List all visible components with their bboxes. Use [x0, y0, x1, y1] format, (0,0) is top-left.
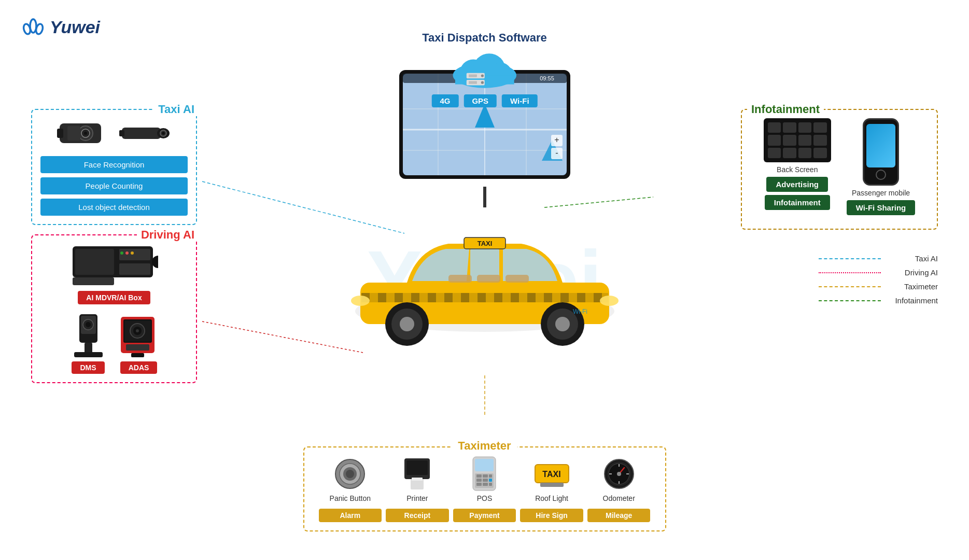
svg-rect-27 — [122, 128, 161, 139]
panic-button-name: Panic Button — [330, 494, 371, 502]
legend-item-taxiai: Taxi AI — [819, 254, 938, 263]
svg-rect-88 — [560, 293, 569, 302]
svg-rect-22 — [57, 129, 63, 138]
back-screen-device: Back Screen Advertising Infotainment — [764, 118, 831, 210]
svg-rect-120 — [483, 479, 488, 482]
svg-point-136 — [617, 472, 621, 476]
svg-rect-87 — [544, 293, 552, 302]
svg-rect-118 — [489, 474, 492, 478]
svg-point-39 — [125, 251, 129, 255]
advertising-badge: Advertising — [766, 177, 828, 192]
svg-rect-86 — [527, 293, 536, 302]
svg-point-108 — [346, 470, 354, 478]
taximeter-devices: Panic Button Printer — [317, 456, 653, 502]
screen-icon-7 — [798, 135, 812, 145]
svg-text:TAXI: TAXI — [477, 240, 492, 247]
taxi-ai-title: Taxi AI — [154, 103, 199, 116]
odometer-name: Odometer — [603, 494, 635, 502]
phone-home-button — [876, 170, 886, 180]
svg-text:TAXI: TAXI — [542, 470, 560, 479]
printer-device: Printer — [384, 456, 451, 502]
svg-point-96 — [555, 317, 570, 331]
svg-rect-45 — [85, 343, 92, 353]
infotainment-box: Infotainment Back Screen Advertising Inf… — [741, 109, 938, 230]
svg-rect-84 — [494, 293, 502, 302]
logo-icon — [21, 15, 46, 39]
legend-label-taxiai: Taxi AI — [886, 254, 938, 263]
svg-rect-79 — [411, 293, 419, 302]
adas-device: ADAS — [118, 312, 160, 374]
infotainment-title: Infotainment — [747, 103, 824, 116]
screen-icon-1 — [768, 122, 781, 133]
badge-wifi: Wi-Fi — [502, 94, 538, 107]
svg-rect-80 — [428, 293, 436, 302]
legend-item-taximeter: Taximeter — [819, 282, 938, 291]
infotainment-badge: Infotainment — [765, 195, 830, 210]
svg-rect-19 — [469, 81, 477, 84]
taximeter-box: Taximeter Panic Button — [303, 446, 666, 531]
screen-icon-6 — [783, 135, 796, 145]
svg-rect-34 — [119, 249, 150, 260]
logo: Yuwei — [21, 15, 100, 39]
svg-point-52 — [136, 329, 139, 332]
svg-rect-83 — [478, 293, 486, 302]
svg-rect-78 — [395, 293, 403, 302]
payment-label: Payment — [453, 509, 516, 522]
svg-point-98 — [351, 296, 370, 306]
roof-light-name: Roof Light — [535, 494, 568, 502]
svg-rect-77 — [378, 293, 386, 302]
taximeter-labels: Alarm Receipt Payment Hire Sign Mileage — [317, 509, 653, 522]
svg-rect-18 — [469, 74, 477, 77]
svg-rect-103 — [477, 275, 500, 283]
screen-icon-2 — [783, 122, 796, 133]
svg-point-25 — [84, 132, 87, 135]
taxi-ai-box: Taxi AI Face Recognition People C — [31, 109, 197, 225]
svg-rect-116 — [476, 474, 482, 478]
cloud-icon — [448, 48, 521, 89]
legend-label-taximeter: Taximeter — [886, 282, 938, 291]
panic-button-device: Panic Button — [317, 456, 384, 502]
svg-rect-127 — [540, 483, 564, 487]
screen-icon-10 — [783, 148, 796, 158]
printer-icon — [397, 456, 438, 492]
svg-point-17 — [481, 81, 484, 84]
lost-object-btn[interactable]: Lost object detection — [40, 199, 188, 216]
panic-button-icon — [329, 456, 371, 492]
screen-icon-5 — [768, 135, 781, 145]
svg-point-30 — [162, 132, 165, 135]
mdvr-label: AI MDVR/AI Box — [78, 291, 150, 304]
svg-rect-114 — [475, 459, 494, 471]
svg-text:-: - — [555, 148, 558, 157]
printer-name: Printer — [406, 494, 428, 502]
svg-rect-124 — [489, 483, 492, 486]
screen-icon-12 — [813, 148, 827, 158]
svg-rect-89 — [577, 293, 585, 302]
driving-ai-title: Driving AI — [137, 228, 199, 242]
camera-1 — [57, 118, 109, 149]
legend-line-drivingai — [819, 272, 881, 273]
svg-rect-85 — [511, 293, 519, 302]
svg-point-93 — [400, 317, 414, 331]
screen-icon-9 — [768, 148, 781, 158]
people-counting-btn[interactable]: People Counting — [40, 177, 188, 194]
mileage-label: Mileage — [587, 509, 651, 522]
taxi-car: TAXI Wi-Fi — [345, 202, 625, 349]
phone-screen — [866, 124, 895, 167]
infotainment-devices: Back Screen Advertising Infotainment Pas… — [750, 118, 929, 215]
driving-ai-box: Driving AI AI MDVR/AI Box — [31, 234, 197, 383]
screen-icon-4 — [813, 122, 827, 133]
svg-rect-31 — [119, 130, 124, 136]
back-screen-label: Back Screen — [777, 165, 818, 174]
devices-row: DMS ADAS — [40, 312, 188, 374]
svg-rect-112 — [412, 478, 423, 481]
svg-rect-104 — [505, 275, 529, 283]
arrow-up — [471, 103, 499, 131]
face-recognition-btn[interactable]: Face Recognition — [40, 156, 188, 173]
svg-rect-122 — [476, 483, 482, 486]
pos-icon — [464, 456, 505, 492]
legend-line-taximeter — [819, 286, 881, 287]
svg-point-16 — [481, 74, 484, 77]
roof-light-icon: TAXI — [531, 456, 572, 492]
svg-line-1 — [202, 321, 363, 353]
pos-device: POS — [451, 456, 518, 502]
